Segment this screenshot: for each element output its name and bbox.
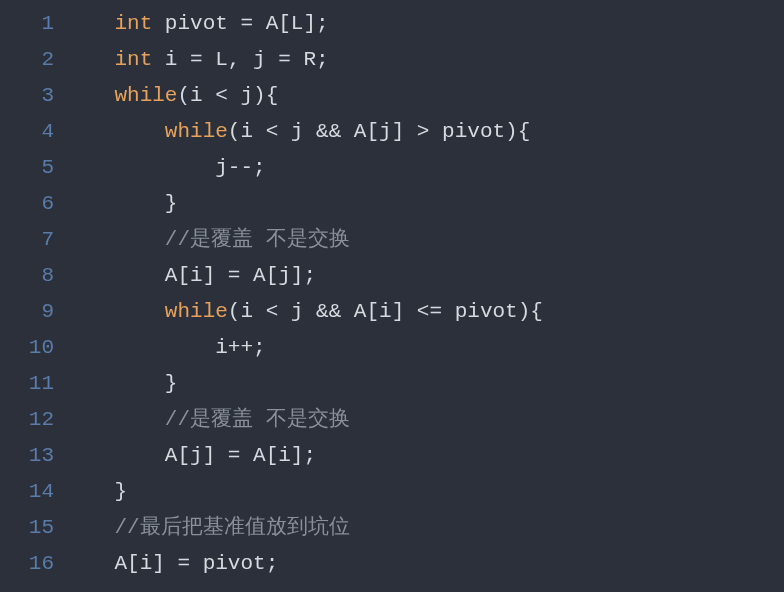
code-token: (i < j && A[i] <= pivot){ <box>228 300 543 323</box>
code-token: A[j] = A[i]; <box>165 444 316 467</box>
code-line: A[i] = A[j]; <box>64 258 784 294</box>
code-token: int <box>114 12 152 35</box>
indent <box>64 336 215 359</box>
line-number: 6 <box>0 186 54 222</box>
line-number: 7 <box>0 222 54 258</box>
code-line: } <box>64 366 784 402</box>
line-number: 14 <box>0 474 54 510</box>
line-number: 4 <box>0 114 54 150</box>
code-token: i++; <box>215 336 265 359</box>
code-token: //是覆盖 不是交换 <box>165 408 350 431</box>
code-line: int pivot = A[L]; <box>64 6 784 42</box>
code-token: while <box>114 84 177 107</box>
code-token: pivot = A[L]; <box>152 12 328 35</box>
indent <box>64 552 114 575</box>
indent <box>64 12 114 35</box>
line-number: 10 <box>0 330 54 366</box>
code-line: A[i] = pivot; <box>64 546 784 582</box>
code-token: } <box>114 480 127 503</box>
code-line: A[j] = A[i]; <box>64 438 784 474</box>
code-token: A[i] = A[j]; <box>165 264 316 287</box>
code-line: //是覆盖 不是交换 <box>64 222 784 258</box>
line-number: 5 <box>0 150 54 186</box>
line-number: 11 <box>0 366 54 402</box>
code-token: i = L, j = R; <box>152 48 328 71</box>
line-number: 13 <box>0 438 54 474</box>
indent <box>64 444 165 467</box>
code-token: } <box>165 192 178 215</box>
code-token: while <box>165 120 228 143</box>
code-line: } <box>64 474 784 510</box>
line-number: 3 <box>0 78 54 114</box>
indent <box>64 408 165 431</box>
code-token: //最后把基准值放到坑位 <box>114 516 349 539</box>
indent <box>64 192 165 215</box>
code-line: i++; <box>64 330 784 366</box>
code-line: while(i < j && A[i] <= pivot){ <box>64 294 784 330</box>
code-token: A[i] = pivot; <box>114 552 278 575</box>
code-line: //最后把基准值放到坑位 <box>64 510 784 546</box>
code-token: j--; <box>215 156 265 179</box>
code-token: int <box>114 48 152 71</box>
code-area: int pivot = A[L]; int i = L, j = R; whil… <box>64 6 784 582</box>
code-token: } <box>165 372 178 395</box>
line-number: 9 <box>0 294 54 330</box>
indent <box>64 480 114 503</box>
code-line: } <box>64 186 784 222</box>
indent <box>64 372 165 395</box>
line-number-gutter: 12345678910111213141516 <box>0 6 64 582</box>
code-line: //是覆盖 不是交换 <box>64 402 784 438</box>
code-token: (i < j && A[j] > pivot){ <box>228 120 530 143</box>
indent <box>64 156 215 179</box>
code-line: j--; <box>64 150 784 186</box>
code-line: while(i < j && A[j] > pivot){ <box>64 114 784 150</box>
indent <box>64 228 165 251</box>
line-number: 12 <box>0 402 54 438</box>
line-number: 2 <box>0 42 54 78</box>
code-token: //是覆盖 不是交换 <box>165 228 350 251</box>
line-number: 15 <box>0 510 54 546</box>
indent <box>64 300 165 323</box>
indent <box>64 516 114 539</box>
code-line: int i = L, j = R; <box>64 42 784 78</box>
code-line: while(i < j){ <box>64 78 784 114</box>
code-editor: 12345678910111213141516 int pivot = A[L]… <box>0 0 784 582</box>
line-number: 16 <box>0 546 54 582</box>
code-token: while <box>165 300 228 323</box>
line-number: 1 <box>0 6 54 42</box>
line-number: 8 <box>0 258 54 294</box>
indent <box>64 264 165 287</box>
code-token: (i < j){ <box>177 84 278 107</box>
indent <box>64 48 114 71</box>
indent <box>64 120 165 143</box>
indent <box>64 84 114 107</box>
